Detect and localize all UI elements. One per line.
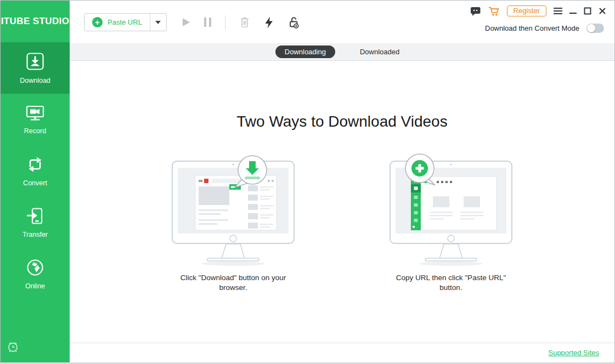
supported-sites-link[interactable]: Supported Sites (548, 349, 599, 357)
plus-icon: + (92, 17, 103, 27)
download-icon (25, 52, 45, 71)
tab-downloaded[interactable]: Downloaded (351, 46, 409, 58)
minimize-button[interactable] (569, 7, 577, 15)
record-icon (25, 104, 45, 122)
method-browser-download: Click "Download" button on your browser. (164, 153, 302, 293)
paste-url-illustration (382, 153, 520, 269)
menu-icon (554, 7, 562, 15)
scheduler-button[interactable] (7, 340, 19, 355)
store-button[interactable] (488, 6, 500, 16)
convert-mode-toggle[interactable] (586, 24, 604, 33)
main-content: Two Ways to Download Videos (70, 61, 614, 343)
maximize-button[interactable] (584, 7, 591, 15)
feedback-button[interactable] (470, 6, 481, 16)
close-button[interactable] (599, 7, 606, 15)
tab-downloading[interactable]: Downloading (275, 46, 335, 58)
page-title: Two Ways to Download Videos (70, 113, 614, 130)
maximize-icon (584, 7, 591, 15)
close-icon (599, 7, 606, 15)
tab-bar: Downloading Downloaded (70, 43, 614, 61)
paste-url-button[interactable]: + Paste URL (84, 14, 150, 31)
accelerate-button[interactable] (264, 16, 274, 29)
toolbar: + Paste URL (84, 13, 300, 31)
dropdown-caret-icon (155, 21, 161, 24)
toggle-knob (587, 24, 595, 32)
sidebar: ITUBE STUDIO Download Record (1, 1, 70, 362)
sidebar-item-online[interactable]: Online (1, 248, 70, 300)
online-icon (26, 258, 44, 277)
trash-icon (239, 16, 250, 28)
main-menu-button[interactable] (554, 7, 562, 15)
method-caption: Copy URL then click "Paste URL" button. (386, 273, 516, 293)
app-window: ITUBE STUDIO Download Record (0, 0, 615, 364)
browser-download-illustration (165, 153, 302, 269)
convert-icon (26, 155, 44, 174)
app-logo: ITUBE STUDIO (1, 1, 70, 42)
paste-url-label: Paste URL (108, 18, 142, 26)
sidebar-item-label: Convert (23, 179, 47, 187)
private-download-button[interactable] (287, 16, 300, 29)
method-caption: Click "Download" button on your browser. (168, 273, 298, 293)
convert-mode-row: Download then Convert Mode (485, 24, 604, 33)
toolbar-divider (225, 15, 225, 30)
convert-mode-label: Download then Convert Mode (485, 24, 579, 32)
feedback-icon (470, 6, 481, 16)
sidebar-item-label: Record (24, 127, 46, 135)
method-paste-url: Copy URL then click "Paste URL" button. (382, 153, 520, 293)
sidebar-item-download[interactable]: Download (1, 42, 70, 94)
pause-all-button[interactable] (204, 18, 211, 27)
register-button[interactable]: Register (507, 5, 546, 16)
sidebar-item-convert[interactable]: Convert (1, 145, 70, 197)
sidebar-item-record[interactable]: Record (1, 94, 70, 145)
cart-icon (488, 6, 500, 16)
sidebar-item-label: Transfer (22, 231, 48, 238)
alarm-clock-icon (7, 340, 19, 353)
topbar: + Paste URL (70, 1, 614, 43)
sidebar-item-label: Download (20, 77, 50, 84)
start-all-button[interactable] (182, 18, 190, 27)
play-icon (182, 18, 190, 27)
delete-button[interactable] (239, 16, 250, 28)
paste-url-dropdown[interactable] (150, 14, 166, 31)
lightning-icon (264, 16, 274, 29)
sidebar-item-label: Online (25, 282, 45, 290)
pause-icon (204, 18, 211, 27)
transfer-icon (26, 207, 44, 225)
sidebar-item-transfer[interactable]: Transfer (1, 197, 70, 248)
window-controls: Register (470, 5, 606, 16)
footer: Supported Sites (70, 343, 614, 362)
minimize-icon (569, 7, 577, 15)
paste-url-split-button: + Paste URL (84, 13, 167, 31)
private-download-icon (287, 16, 300, 29)
